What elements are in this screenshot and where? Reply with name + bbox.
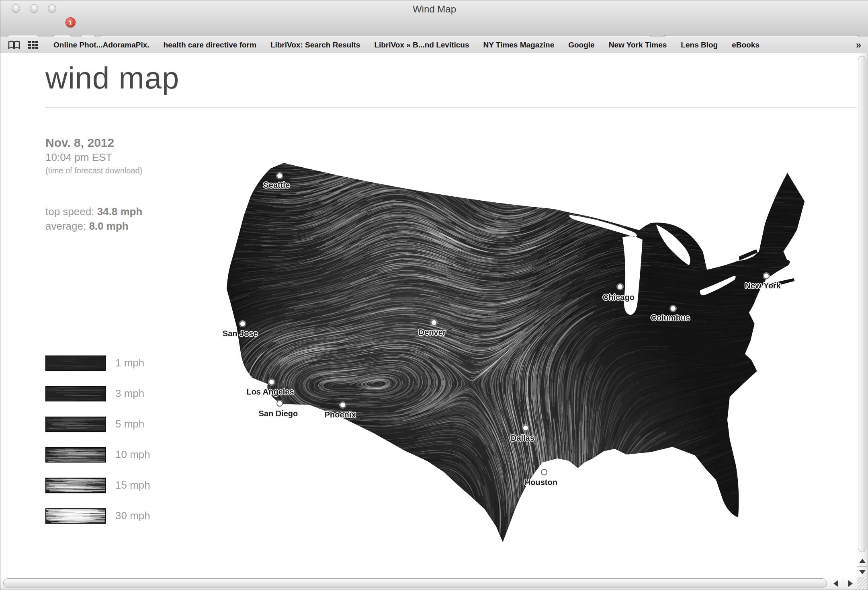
window-resize-grip[interactable] bbox=[857, 577, 868, 590]
city-dot bbox=[670, 305, 676, 312]
browser-chrome: Wind Map 1 + http://hint.fm/wind/ Reader… bbox=[0, 0, 868, 53]
legend-row: 10 mph bbox=[45, 446, 150, 463]
city-label: Columbus bbox=[651, 313, 690, 323]
bookmark-item[interactable]: Google bbox=[568, 41, 594, 49]
city-dot bbox=[276, 173, 283, 179]
horizontal-scrollbar-thumb[interactable] bbox=[3, 578, 827, 588]
forecast-note: (time of forecast download) bbox=[45, 166, 142, 175]
average-value: 8.0 mph bbox=[89, 220, 128, 232]
vertical-scroll-arrows bbox=[857, 555, 868, 578]
scroll-up-button[interactable] bbox=[857, 555, 868, 566]
city-dot bbox=[268, 379, 275, 385]
legend-swatch-canvas bbox=[45, 447, 106, 463]
legend-label: 5 mph bbox=[115, 418, 144, 430]
city-label: Phoenix bbox=[325, 410, 356, 419]
legend-label: 30 mph bbox=[115, 510, 150, 522]
city-label: Houston bbox=[525, 478, 557, 487]
average-label: average: bbox=[45, 220, 89, 232]
scroll-left-button[interactable] bbox=[828, 577, 843, 590]
toolbar: 1 + http://hint.fm/wind/ Reader ↻ Google bbox=[0, 16, 868, 37]
city-label: Chicago bbox=[603, 293, 635, 302]
legend-row: 5 mph bbox=[45, 416, 150, 432]
notification-badge: 1 bbox=[66, 17, 76, 27]
wind-stats: top speed: 34.8 mph average: 8.0 mph bbox=[45, 204, 142, 233]
legend-label: 15 mph bbox=[115, 479, 150, 491]
legend-label: 10 mph bbox=[115, 448, 150, 461]
city-label: Los Angeles bbox=[246, 387, 294, 397]
top-sites-grid-icon[interactable] bbox=[28, 40, 39, 50]
scroll-up-icon bbox=[859, 559, 866, 563]
vertical-scrollbar-thumb[interactable] bbox=[858, 56, 866, 552]
wind-streaks-canvas bbox=[221, 152, 821, 544]
forecast-block: Nov. 8, 2012 10:04 pm EST (time of forec… bbox=[45, 136, 142, 175]
bookmark-item[interactable]: LibriVox » B...nd Leviticus bbox=[374, 41, 469, 49]
bookmark-item[interactable]: Online Phot...AdoramaPix. bbox=[53, 41, 149, 49]
window-title: Wind Map bbox=[0, 4, 868, 15]
legend-swatch-canvas bbox=[45, 417, 106, 432]
title-rule bbox=[45, 107, 857, 108]
forecast-time: 10:04 pm EST bbox=[45, 151, 142, 164]
city-label: New York bbox=[745, 281, 781, 290]
wind-speed-legend: 1 mph 3 mph 5 mph 10 mph 15 mph 30 mph bbox=[45, 355, 150, 538]
page-title: wind map bbox=[45, 60, 179, 95]
city-dot bbox=[276, 400, 283, 407]
bookmarks-overflow-chevron[interactable]: » bbox=[856, 39, 861, 51]
city-dot bbox=[340, 402, 346, 408]
city-label: Dallas bbox=[511, 434, 534, 443]
city-dot bbox=[763, 273, 770, 279]
legend-row: 15 mph bbox=[45, 477, 150, 493]
bookmark-item[interactable]: NY Times Magazine bbox=[483, 41, 555, 49]
legend-swatch-canvas bbox=[45, 508, 106, 524]
city-dot bbox=[240, 321, 246, 327]
bookmark-item[interactable]: eBooks bbox=[732, 41, 760, 49]
top-speed-label: top speed: bbox=[45, 206, 97, 218]
top-speed-line: top speed: 34.8 mph bbox=[45, 204, 142, 219]
legend-row: 3 mph bbox=[45, 385, 150, 402]
bookmarks-bar: Online Phot...AdoramaPix.health care dir… bbox=[0, 37, 868, 53]
browser-window: Wind Map 1 + http://hint.fm/wind/ Reader… bbox=[0, 0, 868, 590]
city-label: San Jose bbox=[223, 329, 258, 338]
forecast-date: Nov. 8, 2012 bbox=[45, 136, 142, 150]
scroll-down-icon bbox=[859, 570, 866, 574]
scroll-down-button[interactable] bbox=[857, 566, 868, 577]
city-label: Denver bbox=[419, 328, 446, 337]
city-dot bbox=[431, 319, 437, 326]
bookmark-item[interactable]: LibriVox: Search Results bbox=[270, 41, 360, 49]
legend-label: 3 mph bbox=[115, 387, 144, 400]
city-dot bbox=[617, 284, 623, 290]
city-label: San Diego bbox=[258, 409, 298, 418]
city-label: Seattle bbox=[263, 181, 290, 190]
legend-row: 1 mph bbox=[45, 355, 150, 371]
city-dot bbox=[541, 469, 547, 475]
average-line: average: 8.0 mph bbox=[45, 219, 142, 233]
page-content: wind map Nov. 8, 2012 10:04 pm EST (time… bbox=[0, 53, 858, 578]
top-speed-value: 34.8 mph bbox=[97, 206, 143, 218]
legend-row: 30 mph bbox=[45, 508, 150, 524]
bookmark-item[interactable]: Lens Blog bbox=[681, 41, 718, 49]
legend-swatch-canvas bbox=[45, 478, 106, 493]
wind-map[interactable]: Seattle San Jose Los Angeles San Diego P… bbox=[221, 152, 821, 544]
scroll-right-button[interactable] bbox=[843, 577, 858, 590]
bookmarks-book-icon[interactable] bbox=[8, 40, 20, 50]
horizontal-scrollbar[interactable] bbox=[0, 577, 858, 590]
title-bar[interactable]: Wind Map bbox=[0, 0, 868, 16]
scroll-left-icon bbox=[833, 580, 838, 587]
scroll-right-icon bbox=[848, 580, 853, 587]
legend-swatch-canvas bbox=[45, 386, 106, 401]
legend-label: 1 mph bbox=[115, 357, 144, 369]
bookmark-item[interactable]: health care directive form bbox=[164, 41, 256, 49]
bookmark-items: Online Phot...AdoramaPix.health care dir… bbox=[53, 41, 850, 49]
horizontal-scroll-arrows bbox=[828, 577, 858, 590]
vertical-scrollbar[interactable] bbox=[857, 53, 868, 555]
bookmark-item[interactable]: New York Times bbox=[609, 41, 667, 49]
legend-swatch-canvas bbox=[45, 356, 106, 371]
city-dot bbox=[522, 425, 529, 431]
